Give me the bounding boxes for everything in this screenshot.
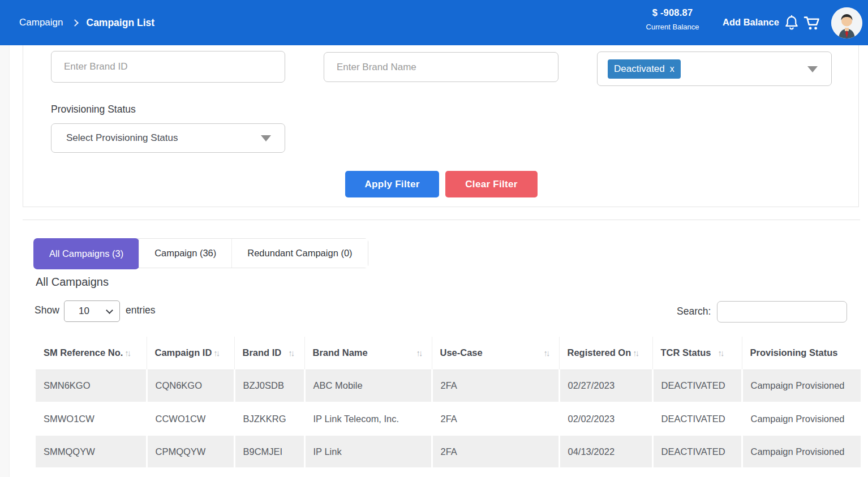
- topbar: Campaign Campaign List $ -908.87 Current…: [0, 0, 868, 45]
- column-label: Registered On: [568, 347, 631, 358]
- section-title: All Campaigns: [36, 276, 109, 289]
- column-header-tcr-status[interactable]: TCR Status↑↓: [652, 337, 742, 369]
- cell-brand-id: BZJ0SDB: [234, 369, 304, 402]
- add-balance-link[interactable]: Add Balance: [723, 17, 779, 28]
- sort-arrows-icon[interactable]: ↑↓: [288, 348, 293, 358]
- campaigns-table: SM Reference No.↑↓Campaign ID↑↓Brand ID↑…: [36, 337, 861, 469]
- column-label: Campaign ID: [155, 347, 212, 358]
- column-header-sm-reference-no[interactable]: SM Reference No.↑↓: [36, 337, 147, 369]
- cell-sm-reference-no: SMN6KGO: [36, 369, 147, 402]
- chevron-down-icon: [807, 66, 818, 72]
- balance-label: Current Balance: [626, 23, 719, 31]
- table-row[interactable]: SMMQQYWCPMQQYWB9CMJEIIP Link2FA04/13/202…: [36, 435, 861, 468]
- cell-provisioning-status: Campaign Provisioned: [742, 402, 861, 435]
- chevron-down-icon: [106, 307, 113, 314]
- campaign-list-page: Campaign Campaign List $ -908.87 Current…: [0, 0, 868, 477]
- sort-arrows-icon[interactable]: ↑↓: [213, 348, 218, 358]
- provisioning-status-label: Provisioning Status: [51, 104, 136, 115]
- column-label: TCR Status: [661, 347, 711, 358]
- column-header-registered-on[interactable]: Registered On↑↓: [559, 337, 652, 369]
- cell-brand-name: ABC Mobile: [304, 369, 432, 402]
- remove-tag-icon[interactable]: x: [670, 65, 674, 74]
- brand-name-input[interactable]: [324, 52, 558, 82]
- provisioning-status-select[interactable]: Select Provisioning Status: [51, 123, 285, 153]
- column-label: Provisioning Status: [750, 347, 838, 358]
- cell-registered-on: 02/02/2023: [559, 402, 652, 435]
- current-balance: $ -908.87 Current Balance: [626, 7, 719, 31]
- cell-tcr-status: DEACTIVATED: [652, 435, 742, 468]
- cell-use-case: 2FA: [432, 435, 559, 468]
- tab-redundant-campaign-0[interactable]: Redundant Campaign (0): [231, 239, 367, 268]
- cell-use-case: 2FA: [432, 369, 559, 402]
- apply-filter-button[interactable]: Apply Filter: [345, 171, 439, 197]
- clear-filter-button[interactable]: Clear Filter: [445, 171, 538, 197]
- column-header-brand-id[interactable]: Brand ID↑↓: [234, 337, 304, 369]
- notifications-button[interactable]: [783, 14, 800, 32]
- cell-provisioning-status: Campaign Provisioned: [742, 369, 861, 402]
- entries-selected-value: 10: [65, 306, 89, 317]
- entries-select[interactable]: 10: [64, 300, 120, 322]
- column-label: SM Reference No.: [44, 347, 123, 358]
- cell-campaign-id: CQN6KGO: [147, 369, 234, 402]
- tcr-status-multiselect[interactable]: Deactivated x: [597, 51, 832, 86]
- cell-brand-name: IP Link Telecom, Inc.: [304, 402, 432, 435]
- table-row[interactable]: SMWO1CWCCWO1CWBJZKKRGIP Link Telecom, In…: [36, 402, 861, 435]
- balance-amount: $ -908.87: [626, 7, 719, 18]
- cell-provisioning-status: Campaign Provisioned: [742, 435, 861, 468]
- column-label: Use-Case: [440, 347, 483, 358]
- cell-brand-id: B9CMJEI: [234, 435, 304, 468]
- bell-icon: [784, 15, 800, 32]
- collapsed-sidebar-rail[interactable]: [0, 45, 10, 477]
- tab-campaign-36[interactable]: Campaign (36): [139, 239, 231, 268]
- cell-use-case: 2FA: [432, 402, 559, 435]
- column-header-provisioning-status: Provisioning Status: [742, 337, 861, 369]
- sort-arrows-icon[interactable]: ↑↓: [124, 348, 130, 358]
- table-header-row: SM Reference No.↑↓Campaign ID↑↓Brand ID↑…: [36, 337, 861, 369]
- provisioning-status-placeholder: Select Provisioning Status: [66, 132, 178, 144]
- avatar-person-icon: [831, 7, 862, 38]
- entries-label: entries: [126, 304, 156, 316]
- column-header-campaign-id[interactable]: Campaign ID↑↓: [147, 337, 234, 369]
- sort-arrows-icon[interactable]: ↑↓: [633, 348, 638, 358]
- column-header-brand-name[interactable]: Brand Name↑↓: [304, 337, 432, 369]
- section-divider: [23, 220, 860, 220]
- cell-campaign-id: CCWO1CW: [147, 402, 234, 435]
- campaign-tabs: All Campaigns (3)Campaign (36)Redundant …: [33, 238, 368, 268]
- search-input[interactable]: [717, 301, 847, 323]
- filter-panel: Deactivated x Provisioning Status Select…: [23, 45, 859, 207]
- cell-sm-reference-no: SMMQQYW: [36, 435, 147, 468]
- sort-arrows-icon[interactable]: ↑↓: [717, 348, 723, 358]
- breadcrumb: Campaign Campaign List: [19, 0, 154, 45]
- chevron-down-icon: [261, 135, 271, 141]
- show-label: Show: [35, 304, 59, 316]
- status-tag-label: Deactivated: [614, 63, 665, 75]
- cart-icon: [803, 15, 822, 31]
- table-body: SMN6KGOCQN6KGOBZJ0SDBABC Mobile2FA02/27/…: [36, 369, 861, 468]
- cell-registered-on: 02/27/2023: [559, 369, 652, 402]
- table-row[interactable]: SMN6KGOCQN6KGOBZJ0SDBABC Mobile2FA02/27/…: [36, 369, 861, 402]
- cell-campaign-id: CPMQQYW: [147, 435, 234, 468]
- column-label: Brand ID: [243, 347, 282, 358]
- column-header-use-case[interactable]: Use-Case↑↓: [432, 337, 559, 369]
- breadcrumb-parent[interactable]: Campaign: [19, 17, 63, 28]
- cell-registered-on: 04/13/2022: [559, 435, 652, 468]
- cell-sm-reference-no: SMWO1CW: [36, 402, 147, 435]
- page-title: Campaign List: [87, 17, 155, 29]
- chevron-right-icon: [71, 19, 79, 27]
- user-avatar[interactable]: [831, 7, 862, 38]
- column-label: Brand Name: [313, 347, 368, 358]
- status-tag-deactivated: Deactivated x: [608, 59, 681, 79]
- search-label: Search:: [677, 306, 711, 317]
- brand-id-input[interactable]: [51, 51, 285, 83]
- cart-button[interactable]: [803, 15, 822, 32]
- cell-tcr-status: DEACTIVATED: [652, 402, 742, 435]
- tab-all-campaigns-3[interactable]: All Campaigns (3): [33, 238, 139, 269]
- cell-brand-name: IP Link: [304, 435, 432, 468]
- sort-arrows-icon[interactable]: ↑↓: [544, 348, 549, 358]
- cell-brand-id: BJZKKRG: [234, 402, 304, 435]
- cell-tcr-status: DEACTIVATED: [652, 369, 742, 402]
- sort-arrows-icon[interactable]: ↑↓: [416, 348, 422, 358]
